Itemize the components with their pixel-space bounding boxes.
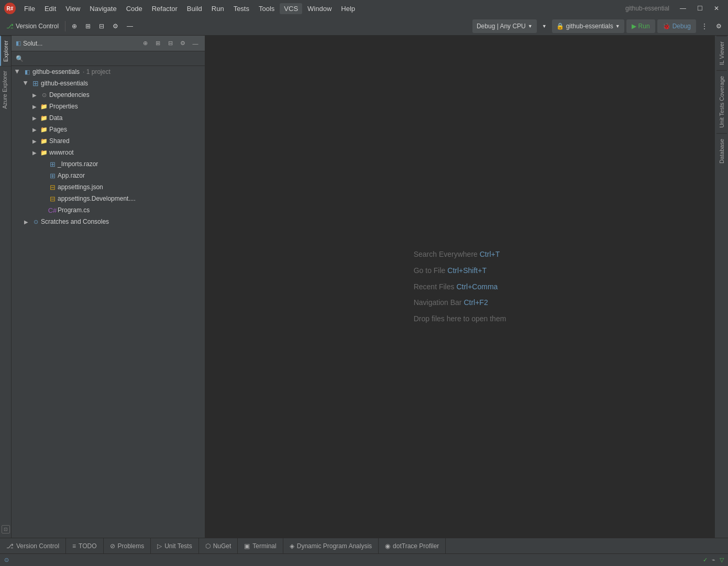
dropdown-arrow-btn[interactable]: ▼ [539,19,550,33]
tree-pages[interactable]: ▶ 📁 Pages [12,124,205,135]
problems-tab[interactable]: ⊘ Problems [104,538,151,554]
maximize-button[interactable]: ☐ [692,3,707,14]
menu-vcs[interactable]: VCS [280,3,302,14]
todo-tab-icon: ≡ [72,542,76,550]
menu-tools[interactable]: Tools [255,3,279,14]
il-viewer-vtab[interactable]: IL Viewer [716,36,727,70]
tree-wwwroot[interactable]: ▶ 📁 wwwroot [12,147,205,158]
window-controls: — ☐ ✕ [676,3,724,14]
dottrace-tab[interactable]: ◉ dotTrace Profiler [379,538,446,554]
menu-view[interactable]: View [61,3,84,14]
debug-config-dropdown[interactable]: Debug | Any CPU ▼ [472,19,537,33]
settings-gear-btn[interactable]: ⚙ [713,19,725,33]
hint-goto-file: Go to File Ctrl+Shift+T [414,263,506,279]
right-sidebar: IL Viewer Unit Tests Coverage Database [714,36,728,538]
status-down[interactable]: ▽ [720,557,724,563]
run-icon: ▶ [632,23,636,30]
tree-dependencies[interactable]: ▶ ⊙ Dependencies [12,89,205,101]
project-label: github-essentials [41,80,88,87]
unit-tests-coverage-vtab[interactable]: Unit Tests Coverage [716,70,727,133]
left-vertical-tabs: Explorer Azure Explorer ⊡ [0,36,12,538]
menu-file[interactable]: File [20,3,39,14]
tree-program-cs[interactable]: ▶ C# Program.cs [12,204,205,216]
hint-recent-files: Recent Files Ctrl+Comma [414,279,506,295]
shortcut-nav-bar: Ctrl+F2 [464,298,488,307]
tree-root[interactable]: ▶ ◧ github-essentials · 1 project [12,66,205,78]
debug-button[interactable]: 🐞 Debug [657,19,696,33]
nuget-tab[interactable]: ⬡ NuGet [199,538,238,554]
tree-project[interactable]: ▶ ⊞ github-essentials [12,78,205,89]
tree-properties[interactable]: ▶ 📁 Properties [12,101,205,112]
panel-collapse-btn[interactable]: ⊟ [165,38,175,49]
vcs-button[interactable]: ⎇ Version Control [3,19,62,33]
tree-scratches[interactable]: ▶ ⊙ Scratches and Consoles [12,216,205,227]
wwwroot-label: wwwroot [49,149,74,156]
panel-settings-btn[interactable]: ⚙ [178,38,188,49]
dpa-tab-label: Dynamic Program Analysis [297,542,372,550]
solution-icon: ◧ [16,40,21,47]
status-notifications[interactable]: ⊙ [4,557,9,563]
menu-bar: File Edit View Navigate Code Refactor Bu… [20,3,625,14]
minimize-button[interactable]: — [676,3,690,14]
tree-appsettings[interactable]: ▶ ⊟ appsettings.json [12,181,205,193]
panel-title: Solut... [23,40,138,47]
shortcut-search: Ctrl+T [480,250,500,258]
settings-btn[interactable]: ⚙ [109,19,122,33]
tree-app-razor[interactable]: ▶ ⊞ App.razor [12,170,205,181]
explorer-vtab[interactable]: Explorer [0,36,11,66]
tree-imports-razor[interactable]: ▶ ⊞ _Imports.razor [12,158,205,170]
terminal-tab-label: Terminal [252,542,276,550]
hint-container: Search Everywhere Ctrl+T Go to File Ctrl… [414,246,506,327]
data-folder-icon: 📁 [40,114,48,122]
menu-code[interactable]: Code [122,3,147,14]
add-solution-btn[interactable]: ⊕ [69,19,80,33]
close-panel-btn[interactable]: — [124,19,136,33]
locate-btn[interactable]: ⊞ [82,19,94,33]
tree-appsettings-dev[interactable]: ▶ ⊟ appsettings.Development.... [12,193,205,204]
bookmarks-icon[interactable]: ⊡ [2,525,10,534]
nuget-tab-label: NuGet [213,542,231,550]
run-button[interactable]: ▶ Run [626,19,655,33]
status-perf[interactable]: ⌁ [712,557,715,563]
database-vtab[interactable]: Database [716,133,727,169]
locate-icon: ⊞ [85,23,91,30]
azure-explorer-vtab[interactable]: Azure Explorer [0,66,11,113]
project-selector[interactable]: 🔒 github-essentials ▼ [552,19,624,33]
search-input[interactable] [26,55,201,62]
panel-close-btn[interactable]: — [190,38,201,49]
scratches-label: Scratches and Consoles [41,218,109,225]
status-check[interactable]: ✓ [703,557,708,563]
menu-run[interactable]: Run [207,3,228,14]
unit-tests-tab[interactable]: ▷ Unit Tests [151,538,198,554]
close-button[interactable]: ✕ [709,3,724,14]
vc-tab-label: Version Control [16,542,59,550]
version-control-tab[interactable]: ⎇ Version Control [0,538,66,554]
shortcut-goto-file: Ctrl+Shift+T [447,266,487,275]
panel-locate-btn[interactable]: ⊞ [152,38,163,49]
menu-refactor[interactable]: Refactor [148,3,182,14]
root-arrow: ▶ [14,68,22,76]
dep-arrow: ▶ [30,91,39,99]
menu-help[interactable]: Help [337,3,359,14]
menu-edit[interactable]: Edit [40,3,60,14]
run-label: Run [638,23,650,30]
appsettings-dev-icon: ⊟ [48,194,57,203]
menu-window[interactable]: Window [303,3,336,14]
dpa-tab[interactable]: ◈ Dynamic Program Analysis [283,538,379,554]
collapse-btn[interactable]: ⊟ [96,19,107,33]
panel-add-btn[interactable]: ⊕ [140,38,150,49]
perf-icon: ⌁ [712,557,715,563]
tree-shared[interactable]: ▶ 📁 Shared [12,135,205,147]
menu-tests[interactable]: Tests [229,3,253,14]
vcs-label: Version Control [16,23,59,30]
terminal-tab[interactable]: ▣ Terminal [238,538,283,554]
project-chevron-icon: ▼ [615,24,620,29]
more-options-btn[interactable]: ⋮ [698,19,711,33]
tree-data[interactable]: ▶ 📁 Data [12,112,205,124]
unit-tests-tab-icon: ▷ [157,542,162,550]
menu-build[interactable]: Build [183,3,206,14]
todo-tab[interactable]: ≡ TODO [66,538,103,554]
project-run-icon: 🔒 [556,23,564,30]
shared-label: Shared [49,137,70,145]
menu-navigate[interactable]: Navigate [85,3,120,14]
